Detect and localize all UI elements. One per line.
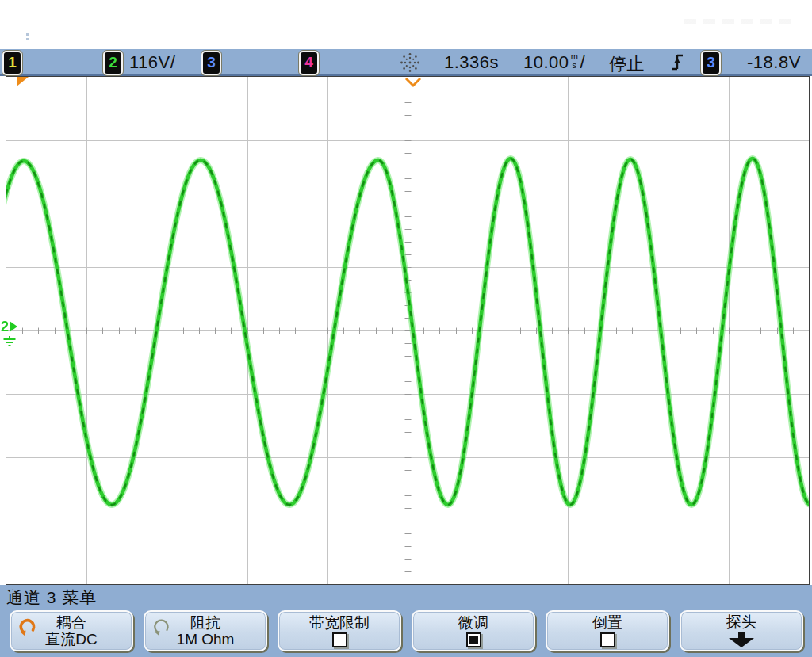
timebase-readout: 10.00ms/	[523, 52, 585, 73]
bandwidth-limit-button[interactable]: 带宽限制	[278, 610, 401, 651]
invert-button[interactable]: 倒置	[546, 610, 669, 651]
channel-2-badge: 2	[103, 51, 123, 75]
bandwidth-limit-checkbox[interactable]	[332, 632, 347, 647]
menu-title: 通道 3 菜单	[6, 586, 97, 609]
trigger-source-badge: 3	[701, 51, 721, 75]
coupling-value: 直流DC	[45, 631, 97, 647]
probe-button[interactable]: 探头	[680, 610, 803, 651]
right-triangle-icon	[10, 321, 17, 332]
impedance-value: 1M Ohm	[177, 631, 235, 647]
fine-adjust-button[interactable]: 微调	[412, 610, 535, 651]
softkey-menu-panel: 通道 3 菜单 耦合 直流DC 阻抗 1M Ohm 带宽限制 微调	[0, 585, 812, 657]
bandwidth-limit-label: 带宽限制	[309, 614, 370, 631]
channel-3-badge: 3	[201, 51, 221, 75]
snowflake-icon	[399, 52, 421, 74]
delay-time-readout: 1.336s	[444, 52, 499, 73]
down-arrow-icon	[726, 632, 756, 649]
channel-2-scale: 116V/	[129, 52, 175, 73]
waveform-display	[6, 77, 809, 584]
coupling-button[interactable]: 耦合 直流DC	[10, 610, 133, 651]
probe-label: 探头	[726, 613, 756, 630]
status-bar: 1 2 116V/ 3 4 1.336s 10.00ms/ 停止 3	[0, 49, 812, 76]
run-state-label: 停止	[609, 52, 645, 76]
channel-4-badge: 4	[299, 51, 319, 75]
fine-adjust-label: 微调	[458, 614, 488, 631]
impedance-button[interactable]: 阻抗 1M Ohm	[144, 610, 267, 651]
coupling-label: 耦合	[56, 614, 86, 631]
print-artifact	[26, 33, 29, 36]
oscilloscope-screen: 1 2 116V/ 3 4 1.336s 10.00ms/ 停止 3	[0, 0, 812, 657]
channel-1-badge: 1	[2, 51, 22, 75]
impedance-label: 阻抗	[190, 614, 220, 631]
fine-adjust-checkbox[interactable]	[466, 632, 481, 647]
graticule-frame	[6, 76, 810, 585]
invert-label: 倒置	[592, 614, 622, 631]
trigger-level-readout: -18.8V	[747, 52, 801, 73]
rotate-knob-icon	[18, 617, 37, 636]
ground-symbol-icon	[2, 336, 17, 348]
edge-trigger-icon	[670, 52, 684, 73]
channel-2-ground-marker: 2	[1, 319, 17, 334]
channel-2-marker-label: 2	[1, 319, 9, 334]
invert-checkbox[interactable]	[600, 632, 615, 647]
rotate-knob-icon	[152, 617, 171, 636]
print-artifact	[684, 19, 795, 24]
